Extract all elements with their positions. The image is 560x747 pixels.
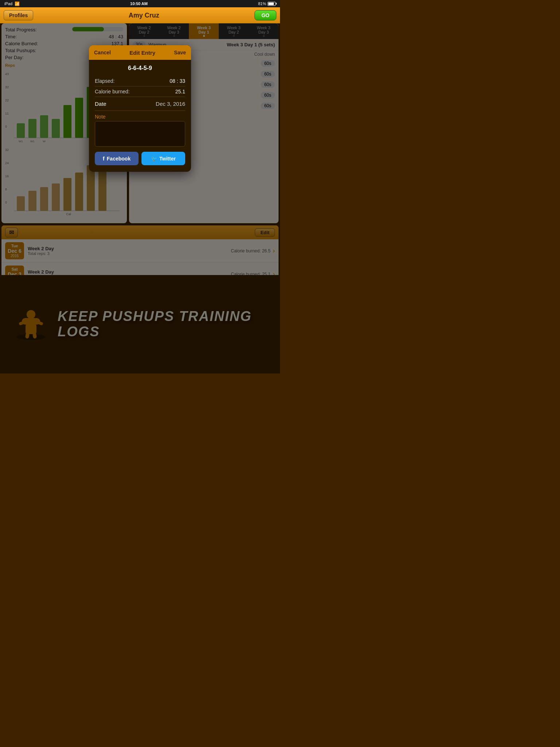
modal-note-input[interactable] — [95, 121, 185, 147]
modal-date-row: Date Dec 3, 2016 — [95, 97, 185, 111]
status-left: iPad 📶 — [4, 1, 20, 6]
modal-calorie-value: 25.1 — [175, 89, 185, 94]
modal-elapsed-value: 08 : 33 — [170, 78, 185, 84]
device-label: iPad — [4, 1, 12, 6]
facebook-icon: f — [103, 155, 105, 162]
modal-calorie-row: Calorie burned: 25.1 — [95, 86, 185, 97]
facebook-button[interactable]: f Facebook — [95, 152, 139, 165]
profiles-button[interactable]: Profiles — [4, 10, 33, 20]
modal-save-button[interactable]: Save — [169, 45, 191, 60]
go-button[interactable]: GO — [254, 10, 276, 20]
modal-date-value: Dec 3, 2016 — [156, 101, 185, 107]
modal-workout-code: 6-6-4-5-9 — [95, 65, 185, 71]
twitter-icon: 🐦 — [151, 156, 157, 162]
twitter-button[interactable]: 🐦 Twitter — [141, 152, 185, 165]
modal-body: 6-6-4-5-9 Elapsed: 08 : 33 Calorie burne… — [89, 60, 191, 172]
wifi-icon: 📶 — [15, 1, 20, 6]
modal-header-bar: Cancel Edit Entry Save — [89, 45, 191, 60]
user-name-title: Amy Cruz — [129, 12, 159, 19]
modal-title: Edit Entry — [116, 50, 169, 56]
modal-note-label: Note — [95, 111, 185, 121]
edit-modal: Cancel Edit Entry Save 6-6-4-5-9 Elapsed… — [89, 45, 191, 172]
modal-calorie-label: Calorie burned: — [95, 89, 130, 94]
modal-elapsed-row: Elapsed: 08 : 33 — [95, 76, 185, 86]
modal-overlay: Cancel Edit Entry Save 6-6-4-5-9 Elapsed… — [0, 23, 280, 374]
modal-cancel-button[interactable]: Cancel — [89, 45, 116, 60]
time-display: 10:50 AM — [130, 1, 148, 6]
ipad-screen: Total Progress: Time: 48 : 43 Calorie Bu… — [0, 23, 280, 374]
modal-elapsed-label: Elapsed: — [95, 78, 114, 84]
modal-social-buttons: f Facebook 🐦 Twitter — [95, 152, 185, 167]
facebook-label: Facebook — [107, 156, 131, 162]
battery-percent: 81% — [258, 1, 266, 6]
battery-icon — [268, 2, 276, 6]
status-right: 81% — [258, 1, 276, 6]
modal-date-label: Date — [95, 101, 106, 107]
nav-bar: Profiles Amy Cruz GO — [0, 7, 280, 23]
status-bar: iPad 📶 10:50 AM 81% — [0, 0, 280, 7]
twitter-label: Twitter — [159, 156, 176, 162]
